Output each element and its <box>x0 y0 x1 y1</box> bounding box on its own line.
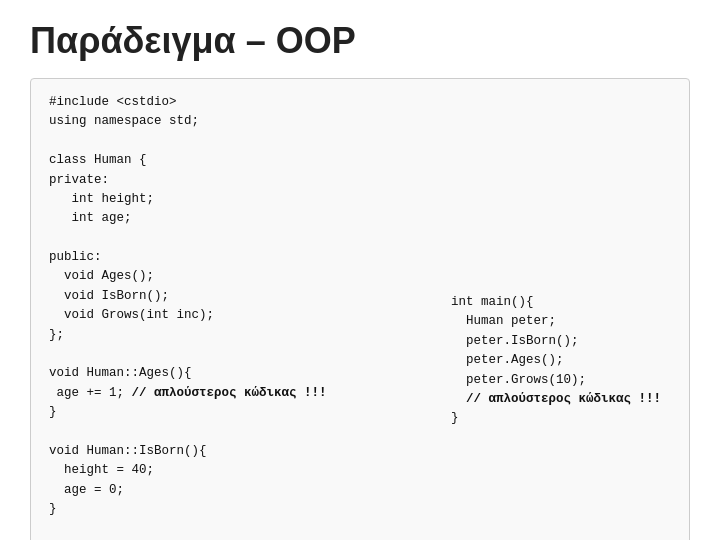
code-right-content: int main(){ Human peter; peter.IsBorn();… <box>451 293 671 429</box>
slide: Παράδειγμα – OOP #include <cstdio> using… <box>0 0 720 540</box>
code-left-content: #include <cstdio> using namespace std; c… <box>49 93 431 540</box>
code-right-panel: int main(){ Human peter; peter.IsBorn();… <box>451 93 671 540</box>
slide-title: Παράδειγμα – OOP <box>30 20 690 62</box>
code-left-panel: #include <cstdio> using namespace std; c… <box>49 93 431 540</box>
code-box: #include <cstdio> using namespace std; c… <box>30 78 690 540</box>
